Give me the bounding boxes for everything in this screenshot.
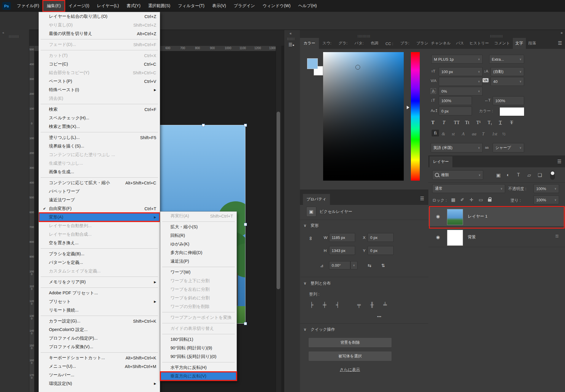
transform-section-chevron[interactable]: ∨ xyxy=(304,223,307,228)
tab-チャンネル[interactable]: チャンネル xyxy=(428,38,454,49)
baseline-shift-field[interactable]: 0 px xyxy=(439,107,472,115)
menu-item[interactable]: ワープを斜めに分割 xyxy=(160,294,237,302)
menu-item[interactable]: ツールバー... xyxy=(39,371,160,379)
menu-item[interactable]: ブラシを定義(B)... xyxy=(39,250,160,258)
layer-visibility-eye-icon[interactable]: ◉ xyxy=(436,214,440,219)
align-top-edges-icon[interactable]: ╤ xyxy=(357,302,361,308)
menubar-item[interactable]: 書式(Y) xyxy=(123,1,144,11)
text-style-superscript-icon[interactable]: T¹ xyxy=(476,120,481,125)
tab-layers[interactable]: レイヤー xyxy=(430,156,452,167)
menu-item[interactable]: パターンを定義... xyxy=(39,258,160,267)
align-more-icon[interactable]: ••• xyxy=(377,314,381,319)
menu-item[interactable]: レイヤーを自動合成... xyxy=(39,230,160,239)
align-right-edges-icon[interactable]: ╡ xyxy=(336,302,339,308)
text-style-strikethrough-icon[interactable]: T xyxy=(510,120,513,125)
menubar-item[interactable]: イメージ(I) xyxy=(65,1,93,11)
menu-item[interactable]: カラー設定(G)...Shift+Ctrl+K xyxy=(39,317,160,325)
menu-item[interactable]: プリセット▶ xyxy=(39,297,160,306)
antialias-dropdown[interactable]: シャープ∨ xyxy=(493,143,524,152)
menu-item[interactable]: 水平方向に反転(H) xyxy=(160,363,237,372)
layers-menu-icon[interactable]: ☰ xyxy=(557,159,561,167)
layer-filter-dropdown[interactable]: 種類∨ xyxy=(432,170,483,180)
color-picker-marker[interactable] xyxy=(355,65,360,70)
menu-item[interactable]: ワープ(W) xyxy=(160,268,237,277)
menu-item[interactable]: 境界線を描く(S)... xyxy=(39,142,160,150)
tab-段落[interactable]: 段落 xyxy=(526,38,539,49)
tracking-dropdown[interactable]: 40∨ xyxy=(491,77,524,86)
transform-handle-top[interactable] xyxy=(202,124,205,127)
menu-item[interactable]: フェード(D)...Shift+Ctrl+F xyxy=(39,40,160,49)
menu-item[interactable]: 多方向に伸縮(D) xyxy=(160,248,237,257)
text-style-underline-icon[interactable]: T xyxy=(499,120,502,125)
opentype-titling-icon[interactable]: T xyxy=(482,131,484,136)
height-field[interactable]: 1343 px xyxy=(329,246,355,255)
menu-item[interactable]: コンテンツに応じて拡大・縮小Alt+Shift+Ctrl+C xyxy=(39,179,160,187)
layer-filter-shape-icon[interactable]: ▱ xyxy=(527,172,531,178)
collapse-toolbar-icon[interactable]: « xyxy=(2,31,4,34)
opentype-standard-ligatures-icon[interactable]: st xyxy=(452,131,455,136)
menu-item[interactable]: やり直し(O)Shift+Ctrl+Z xyxy=(39,21,160,29)
filter-toggle[interactable] xyxy=(550,171,555,180)
opentype-oldstyle-icon[interactable]: aa xyxy=(472,131,476,136)
transform-handle-right[interactable] xyxy=(244,223,247,226)
menu-item[interactable]: 再実行(A)Shift+Ctrl+T xyxy=(160,212,237,220)
menubar-item[interactable]: フィルター(T) xyxy=(174,1,208,11)
lock-image-pixels-icon[interactable]: ✐ xyxy=(460,197,464,203)
text-style-subscript-icon[interactable]: T₁ xyxy=(488,120,492,125)
expand-dock-icon[interactable]: « xyxy=(290,31,292,36)
leading-dropdown[interactable]: (自動)∨ xyxy=(491,67,524,76)
blend-mode-dropdown[interactable]: 通常∨ xyxy=(432,184,505,193)
color-panel-fg-swatch[interactable] xyxy=(307,58,318,69)
layer-row[interactable]: ◉背景⚿ xyxy=(428,228,565,247)
hue-strip[interactable] xyxy=(411,52,420,181)
layer-filter-image-icon[interactable]: ▣ xyxy=(496,172,501,178)
text-color-swatch[interactable] xyxy=(499,107,524,116)
layer-filter-type-icon[interactable]: T xyxy=(517,172,520,178)
hue-slider-arrow[interactable] xyxy=(407,106,409,109)
menu-item[interactable]: コンテンツに応じた塗りつぶし ... xyxy=(39,150,160,159)
flip-vertical-icon[interactable]: ⇅ xyxy=(381,263,385,268)
panel-menu-icon[interactable]: ☰ xyxy=(420,196,424,205)
menu-item[interactable]: 検索と置換(X)... xyxy=(39,122,160,131)
fill-dropdown[interactable]: 100%∨ xyxy=(534,195,559,204)
opentype-fractions-icon[interactable]: ½ xyxy=(502,131,505,136)
menu-item[interactable]: 結合部分をコピー(Y)Shift+Ctrl+C xyxy=(39,68,160,77)
menu-item[interactable]: 塗りつぶし(L)...Shift+F5 xyxy=(39,133,160,142)
menu-item[interactable]: メニュー(U)...Alt+Shift+Ctrl+M xyxy=(39,362,160,371)
layer-visibility-eye-icon[interactable]: ◉ xyxy=(436,234,440,240)
align-horizontal-centers-icon[interactable]: ╪ xyxy=(323,302,326,308)
menubar-item[interactable]: ウィンドウ(W) xyxy=(259,1,294,11)
menu-item[interactable]: 消去(E) xyxy=(39,94,160,103)
menu-item[interactable]: カスタムシェイプを定義... xyxy=(39,267,160,275)
tsume-dropdown[interactable]: 0%∨ xyxy=(439,87,483,96)
menu-item[interactable]: 遠近法ワープ xyxy=(39,196,160,204)
menu-item[interactable]: ワープを上下に分割 xyxy=(160,277,237,285)
layer-filter-smart-object-icon[interactable]: ❏ xyxy=(538,172,542,178)
menu-item[interactable]: ゆがみ(K) xyxy=(160,240,237,248)
align-left-edges-icon[interactable]: ╞ xyxy=(310,302,313,308)
menu-item[interactable]: ✔自由変形(F)Ctrl+T xyxy=(39,204,160,213)
layer-filter-adjustment-icon[interactable]: ◐ xyxy=(507,172,510,178)
menubar-item[interactable]: ファイル(F) xyxy=(13,1,43,11)
layer-row[interactable]: ◉レイヤー 1 xyxy=(428,207,565,226)
menu-item[interactable]: ワープアンカーポイントを変換 xyxy=(160,313,237,322)
menu-item[interactable]: 拡大・縮小(S) xyxy=(160,223,237,231)
canvas-scrollbar-thumb[interactable] xyxy=(277,112,280,289)
menu-item[interactable]: ガイドの表示切り替え xyxy=(160,324,237,333)
menu-item[interactable]: プロファイル変換(V)... xyxy=(39,343,160,351)
angle-dropdown[interactable]: ∨ xyxy=(350,261,357,269)
x-field[interactable]: 0 px xyxy=(368,233,394,242)
menu-item[interactable]: ワープを左右に分割 xyxy=(160,285,237,294)
menubar-item[interactable]: 表示(V) xyxy=(208,1,230,11)
menu-item[interactable]: 垂直方向に反転(V) xyxy=(160,372,237,380)
collapse-dock-icon[interactable]: » xyxy=(561,31,563,35)
menu-item[interactable]: パペットワープ xyxy=(39,187,160,196)
menubar-item[interactable]: 選択範囲(S) xyxy=(144,1,174,11)
flip-horizontal-icon[interactable]: ⇆ xyxy=(368,263,371,268)
tab-コメント[interactable]: コメント xyxy=(491,38,513,49)
menu-item[interactable]: 90°回転 (反時計回り)(0) xyxy=(160,352,237,361)
font-style-dropdown[interactable]: Extra...∨ xyxy=(489,55,524,64)
quick-section-chevron[interactable]: ∨ xyxy=(304,327,307,332)
opacity-dropdown[interactable]: 100%∨ xyxy=(534,184,559,193)
text-style-italic-icon[interactable]: T xyxy=(443,120,445,125)
